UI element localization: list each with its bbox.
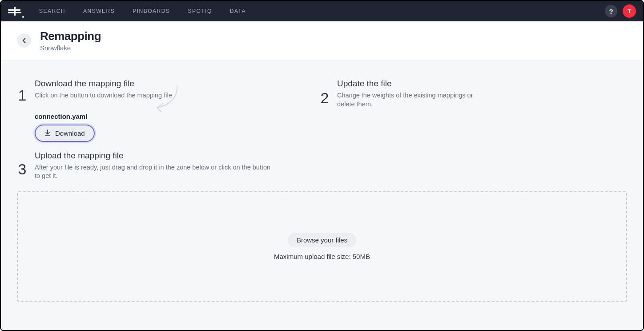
download-label: Download [55,129,85,137]
help-button[interactable]: ? [605,5,617,17]
step-description: Click on the button to download the mapp… [35,91,172,100]
upload-dropzone[interactable]: Browse your files Maximum upload file si… [17,191,627,302]
top-nav: SEARCH ANSWERS PINBOARDS SPOTIQ DATA ? T [1,1,643,21]
nav-data[interactable]: DATA [230,8,246,14]
step-description: Change the weights of the existing mappi… [337,91,475,109]
back-button[interactable] [17,33,31,48]
step-2: 2 Update the file Change the weights of … [319,79,479,142]
page-title: Remapping [40,29,101,43]
page-subtitle: Snowflake [40,44,101,52]
step-number: 2 [319,90,330,142]
download-icon [44,129,51,137]
logo[interactable] [8,5,21,17]
step-number: 3 [17,161,28,181]
nav-search[interactable]: SEARCH [39,8,65,14]
download-button[interactable]: Download [35,125,95,142]
step-title: Download the mapping file [35,79,172,89]
content-area: 1 Download the mapping file Click on the… [1,61,643,330]
step-description: After your file is ready, just drag and … [35,163,275,181]
nav-pinboards[interactable]: PINBOARDS [133,8,170,14]
step-number: 1 [17,88,28,142]
chevron-left-icon [22,38,26,43]
step-3: 3 Upload the mapping file After your fil… [17,151,627,181]
browse-files-button[interactable]: Browse your files [288,233,356,247]
page-header: Remapping Snowflake [1,21,643,61]
step-title: Upload the mapping file [35,151,275,161]
max-upload-text: Maximum upload file size: 50MB [274,253,370,260]
avatar[interactable]: T [623,4,636,18]
file-name: connection.yaml [35,113,172,120]
nav-answers[interactable]: ANSWERS [83,8,115,14]
nav-spotiq[interactable]: SPOTIQ [188,8,212,14]
step-1: 1 Download the mapping file Click on the… [17,79,302,142]
step-title: Update the file [337,79,475,89]
nav-items: SEARCH ANSWERS PINBOARDS SPOTIQ DATA [39,8,605,14]
